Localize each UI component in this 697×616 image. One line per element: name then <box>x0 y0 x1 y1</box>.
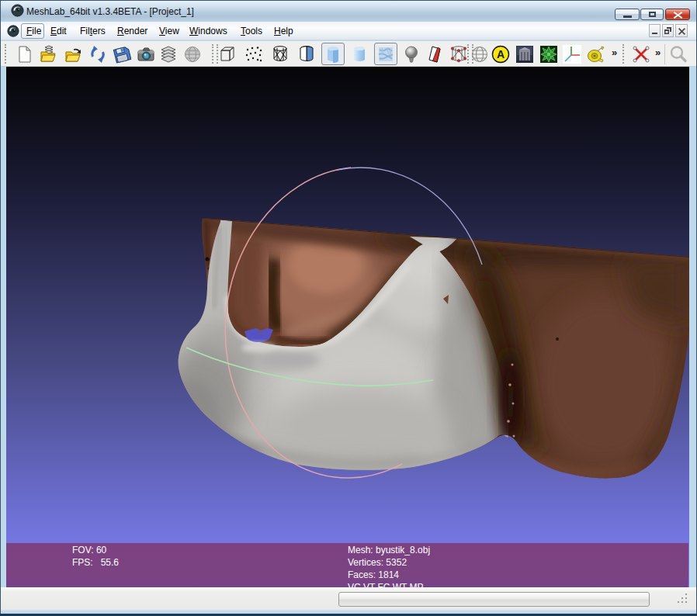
svg-text:A: A <box>497 48 505 61</box>
